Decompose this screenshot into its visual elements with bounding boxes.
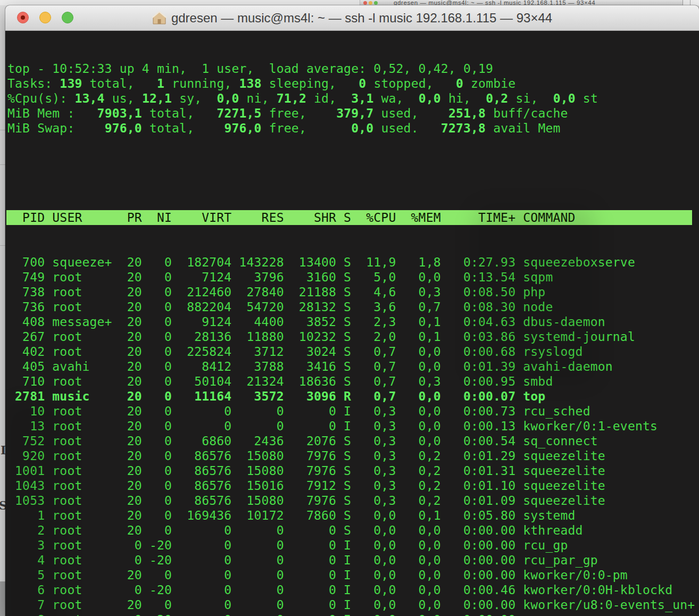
process-row: 2 root 20 0 0 0 0 S 0,0 0,0 0:00.00 kthr… bbox=[7, 523, 699, 538]
process-row: 700 squeeze+ 20 0 182704 143228 13400 S … bbox=[7, 255, 699, 270]
background-window-fragment bbox=[683, 0, 699, 5]
summary-line: top - 10:52:33 up 4 min, 1 user, load av… bbox=[7, 61, 699, 76]
process-row: 402 root 20 0 225824 3712 3024 S 0,7 0,0… bbox=[7, 344, 699, 359]
process-table-header: PID USER PR NI VIRT RES SHR S %CPU %MEM … bbox=[6, 210, 692, 225]
process-row: 6 root 0 -20 0 0 0 I 0,0 0,0 0:00.46 kwo… bbox=[7, 582, 699, 597]
home-folder-icon bbox=[152, 11, 167, 24]
process-rows: 700 squeeze+ 20 0 182704 143228 13400 S … bbox=[7, 255, 699, 616]
blank-line bbox=[7, 165, 699, 180]
terminal-content[interactable]: top - 10:52:33 up 4 min, 1 user, load av… bbox=[5, 31, 699, 616]
process-row: 8 root 0 -20 0 0 0 I 0,0 0,0 0:00.00 mm_… bbox=[7, 612, 699, 616]
process-row: 5 root 20 0 0 0 0 I 0,0 0,0 0:00.00 kwor… bbox=[7, 568, 699, 582]
process-row: 4 root 0 -20 0 0 0 I 0,0 0,0 0:00.00 rcu… bbox=[7, 553, 699, 568]
background-traffic-lights bbox=[363, 1, 378, 5]
process-row: 749 root 20 0 7124 3796 3160 S 5,0 0,0 0… bbox=[7, 270, 699, 285]
background-window-title: gdresen — music@ms4l: ~ — ssh -l music 1… bbox=[394, 0, 595, 5]
background-close-icon bbox=[363, 1, 367, 5]
process-row: 736 root 20 0 882204 54720 28132 S 3,6 0… bbox=[7, 299, 699, 314]
minimize-button[interactable] bbox=[39, 12, 51, 23]
summary-line: MiB Swap: 976,0 total, 976,0 free, 0,0 u… bbox=[7, 121, 699, 136]
process-row: 1 root 20 0 169436 10172 7860 S 0,0 0,1 … bbox=[7, 508, 699, 523]
traffic-lights bbox=[17, 12, 73, 23]
process-row: 2781 music 20 0 11164 3572 3096 R 0,7 0,… bbox=[7, 389, 699, 404]
process-row: 13 root 20 0 0 0 0 I 0,3 0,0 0:00.13 kwo… bbox=[7, 419, 699, 434]
background-window-titlebar[interactable]: gdresen — music@ms4l: ~ — ssh -l music 1… bbox=[360, 0, 683, 5]
close-button[interactable] bbox=[17, 12, 29, 23]
process-row: 920 root 20 0 86576 15080 7976 S 0,3 0,2… bbox=[7, 448, 699, 463]
process-row: 267 root 20 0 28136 11880 10232 S 2,0 0,… bbox=[7, 329, 699, 344]
process-row: 408 message+ 20 0 9124 4400 3852 S 2,3 0… bbox=[7, 314, 699, 329]
process-row: 1001 root 20 0 86576 15080 7976 S 0,3 0,… bbox=[7, 463, 699, 478]
background-zoom-icon bbox=[374, 1, 378, 5]
window-title: gdresen — music@ms4l: ~ — ssh -l music 1… bbox=[152, 11, 552, 26]
process-row: 10 root 20 0 0 0 0 I 0,3 0,0 0:00.73 rcu… bbox=[7, 404, 699, 419]
summary-line: %Cpu(s): 13,4 us, 12,1 sy, 0,0 ni, 71,2 … bbox=[7, 91, 699, 106]
zoom-button[interactable] bbox=[62, 12, 73, 23]
background-window-divider bbox=[690, 0, 690, 5]
process-row: 3 root 0 -20 0 0 0 I 0,0 0,0 0:00.00 rcu… bbox=[7, 538, 699, 553]
process-row: 710 root 20 0 50104 21324 18636 S 0,7 0,… bbox=[7, 374, 699, 389]
process-row: 1053 root 20 0 86576 15080 7976 S 0,3 0,… bbox=[7, 493, 699, 508]
summary-line: MiB Mem : 7903,1 total, 7271,5 free, 379… bbox=[7, 106, 699, 121]
process-row: 405 avahi 20 0 8412 3788 3416 S 0,7 0,0 … bbox=[7, 359, 699, 374]
process-row: 738 root 20 0 212460 27840 21188 S 4,6 0… bbox=[7, 285, 699, 299]
process-row: 1043 root 20 0 86576 15016 7912 S 0,3 0,… bbox=[7, 478, 699, 493]
window-title-text: gdresen — music@ms4l: ~ — ssh -l music 1… bbox=[171, 11, 552, 26]
summary-line: Tasks: 139 total, 1 running, 138 sleepin… bbox=[7, 76, 699, 91]
process-row: 7 root 20 0 0 0 0 I 0,0 0,0 0:00.00 kwor… bbox=[7, 597, 699, 612]
title-bar[interactable]: gdresen — music@ms4l: ~ — ssh -l music 1… bbox=[5, 5, 699, 31]
summary-lines: top - 10:52:33 up 4 min, 1 user, load av… bbox=[7, 61, 699, 136]
terminal-window: gdresen — music@ms4l: ~ — ssh -l music 1… bbox=[5, 5, 699, 616]
process-row: 752 root 20 0 6860 2436 2076 S 0,3 0,0 0… bbox=[7, 434, 699, 448]
background-minimize-icon bbox=[369, 1, 372, 5]
